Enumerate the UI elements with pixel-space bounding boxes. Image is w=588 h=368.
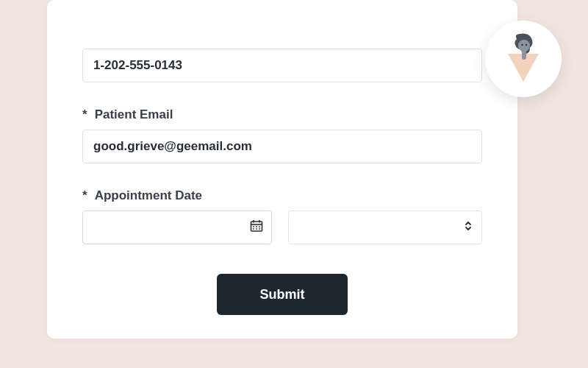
- phone-input[interactable]: [82, 49, 482, 82]
- avatar-badge: [485, 21, 562, 97]
- avatar-illustration-icon: [499, 32, 548, 86]
- appointment-time-select[interactable]: [288, 210, 482, 244]
- email-input[interactable]: [82, 130, 482, 163]
- appointment-date-label: Appointment Date: [95, 188, 202, 203]
- appointment-date-input[interactable]: [82, 210, 272, 244]
- date-row: [82, 210, 482, 244]
- submit-button[interactable]: Submit: [217, 274, 348, 315]
- time-select-wrap: [288, 210, 482, 244]
- svg-point-13: [526, 44, 527, 46]
- form-card: * Patient Email * Appointment Date: [47, 0, 517, 339]
- date-label-row: * Appointment Date: [82, 188, 482, 203]
- svg-point-12: [521, 44, 523, 46]
- email-label: Patient Email: [95, 107, 173, 122]
- required-asterisk: *: [82, 107, 87, 122]
- required-asterisk: *: [82, 188, 87, 203]
- date-input-wrap: [82, 210, 272, 244]
- submit-row: Submit: [82, 274, 482, 315]
- svg-rect-11: [522, 49, 526, 60]
- email-label-row: * Patient Email: [82, 107, 482, 122]
